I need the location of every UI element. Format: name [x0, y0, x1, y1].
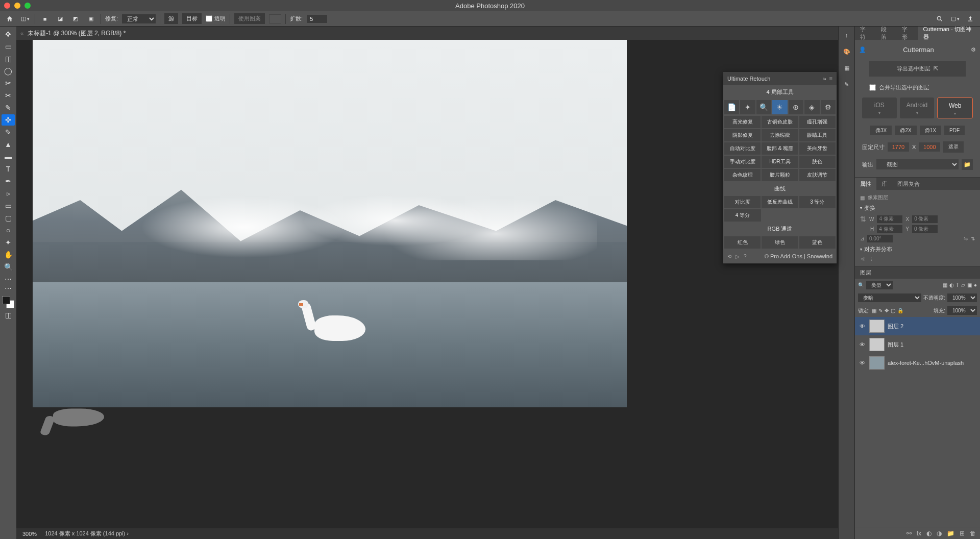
fill-select[interactable]: 100% [947, 306, 977, 315]
lock-trans-icon[interactable]: ▦ [872, 308, 876, 313]
blend-mode-select[interactable]: 变暗 [858, 293, 921, 302]
tool-icon-5[interactable]: ⊛ [789, 100, 803, 114]
toolbar-toggle[interactable]: ⋯ [2, 286, 15, 291]
layer-item[interactable]: 👁 alex-foret-Ke...hOvM-unsplash [855, 354, 980, 372]
target-button[interactable]: 目标 [182, 13, 202, 24]
retouch-button[interactable]: 胶片颗粒 [762, 169, 798, 181]
new-selection-icon[interactable]: ■ [39, 13, 51, 24]
tab-cutterman[interactable]: Cutterman - 切图神器 [918, 27, 980, 40]
merge-export-checkbox[interactable]: 合并导出选中的图层 [859, 82, 976, 93]
history-panel-icon[interactable]: ↕ [842, 31, 851, 40]
minimize-window-button[interactable] [14, 3, 20, 9]
path-select-tool[interactable]: ▹ [2, 188, 15, 199]
layer-thumbnail[interactable] [869, 356, 885, 370]
retouch-button[interactable]: 阴影修复 [724, 129, 761, 141]
platform-ios[interactable]: iOS▾ [862, 97, 897, 118]
add-selection-icon[interactable]: ◪ [55, 13, 66, 24]
retouch-button[interactable]: 眼睛工具 [799, 129, 836, 141]
filter-pixel-icon[interactable]: ▦ [943, 282, 947, 288]
align-center-icon[interactable]: ⫶ [870, 256, 873, 262]
retouch-button[interactable]: 去除瑕疵 [762, 129, 798, 141]
curve-low-contrast[interactable]: 低反差曲线 [762, 196, 798, 208]
transform-section[interactable]: 变换 [860, 202, 975, 214]
layers-tab[interactable]: 图层 [855, 266, 980, 279]
zoom-level[interactable]: 300% [22, 531, 37, 537]
type-tool[interactable]: T [2, 163, 15, 175]
retouch-button[interactable]: 肤色 [799, 156, 836, 168]
filter-adjust-icon[interactable]: ◐ [949, 282, 954, 288]
maximize-window-button[interactable] [24, 3, 31, 9]
flip-h-icon[interactable]: ⇋ [964, 236, 968, 241]
curve-4-split[interactable]: 4 等分 [724, 209, 761, 222]
artboard-tool[interactable]: ▭ [2, 41, 15, 52]
visibility-toggle[interactable]: 👁 [858, 323, 866, 329]
search-icon[interactable] [934, 13, 945, 24]
filter-toggle-icon[interactable]: ● [974, 282, 977, 288]
visibility-toggle[interactable]: 👁 [858, 341, 866, 348]
crop-tool[interactable]: ✂ [2, 90, 15, 101]
color-swatches[interactable] [2, 296, 14, 308]
tool-icon-4[interactable]: ☀ [772, 100, 787, 114]
rounded-rect-tool[interactable]: ▢ [2, 212, 15, 224]
link-layers-icon[interactable]: ⚯ [906, 530, 912, 537]
tab-libraries[interactable]: 库 [876, 178, 892, 190]
foreground-color[interactable] [2, 296, 10, 304]
filter-icon[interactable]: 🔍 [858, 282, 864, 288]
layer-name[interactable]: 图层 2 [888, 323, 903, 330]
mask-button[interactable]: 遮罩 [943, 141, 964, 153]
retouch-button[interactable]: 脸部 & 嘴唇 [762, 142, 798, 155]
output-mode-select[interactable]: 截图 [876, 159, 959, 169]
document-tab[interactable]: 未标题-1 @ 300% (图层 2, RGB/8) * [23, 29, 132, 38]
home-icon[interactable] [4, 13, 15, 24]
opacity-select[interactable]: 100% [947, 293, 977, 302]
new-layer-icon[interactable]: ⊞ [960, 530, 965, 537]
panel-header[interactable]: Ultimate Retouch » ≡ [723, 72, 837, 85]
rectangle-tool[interactable]: ▭ [2, 200, 15, 211]
size-1x[interactable]: @1X [920, 126, 941, 135]
size-2x[interactable]: @2X [895, 126, 916, 135]
refresh-icon[interactable]: ⟲ [727, 254, 731, 259]
collapse-panel-icon[interactable]: » [823, 76, 826, 82]
tab-character[interactable]: 字符 [855, 27, 876, 40]
w-input[interactable] [877, 215, 902, 223]
rgb-green[interactable]: 绿色 [762, 236, 798, 249]
retouch-button[interactable]: 古铜色皮肤 [762, 116, 798, 128]
size-3x[interactable]: @3X [870, 126, 892, 135]
platform-web[interactable]: Web▾ [937, 97, 973, 118]
tool-icon-7[interactable]: ⚙ [821, 100, 836, 114]
ellipse-tool[interactable]: ○ [2, 225, 15, 236]
layer-thumbnail[interactable] [869, 320, 885, 333]
eyedropper-tool[interactable]: ✎ [2, 102, 15, 113]
flip-v-icon[interactable]: ⇅ [971, 236, 975, 241]
width-input[interactable] [888, 142, 909, 152]
delete-layer-icon[interactable]: 🗑 [970, 530, 976, 537]
link-wh-icon[interactable]: ⇅ [860, 215, 866, 223]
settings-icon[interactable]: ⚙ [971, 46, 976, 53]
rgb-red[interactable]: 红色 [724, 236, 761, 249]
canvas-viewport[interactable] [16, 40, 838, 528]
h-input[interactable] [877, 225, 902, 233]
layer-name[interactable]: alex-foret-Ke...hOvM-unsplash [888, 360, 964, 366]
lock-paint-icon[interactable]: ✎ [878, 308, 883, 313]
platform-android[interactable]: Android▾ [900, 97, 935, 118]
filter-type-icon[interactable]: T [956, 282, 959, 288]
subtract-selection-icon[interactable]: ◩ [70, 13, 81, 24]
tool-icon-2[interactable]: ✦ [740, 100, 755, 114]
doc-dimensions[interactable]: 1024 像素 x 1024 像素 (144 ppi) [45, 530, 129, 537]
retouch-button[interactable]: 瞳孔增强 [799, 116, 836, 128]
eraser-tool[interactable]: ▬ [2, 151, 15, 162]
angle-input[interactable] [867, 235, 893, 242]
lock-artboard-icon[interactable]: ▢ [891, 308, 895, 313]
libraries-panel-icon[interactable]: ✎ [842, 80, 851, 89]
zoom-tool[interactable]: 🔍 [2, 261, 15, 273]
filter-smart-icon[interactable]: ▣ [967, 282, 972, 288]
layer-item[interactable]: 👁 图层 1 [855, 335, 980, 354]
retouch-button[interactable]: 自动对比度 [724, 142, 761, 155]
patch-tool[interactable]: ✜ [2, 114, 15, 126]
curve-3-split[interactable]: 3 等分 [799, 196, 836, 208]
curve-contrast[interactable]: 对比度 [724, 196, 761, 208]
move-tool[interactable]: ✥ [2, 29, 15, 40]
lock-pos-icon[interactable]: ✥ [885, 308, 889, 313]
ultimate-retouch-panel[interactable]: Ultimate Retouch » ≡ 4 局部工具 📄 ✦ 🔍 ☀ ⊛ ◈ … [723, 71, 837, 264]
panel-menu-icon[interactable]: ≡ [829, 76, 832, 82]
